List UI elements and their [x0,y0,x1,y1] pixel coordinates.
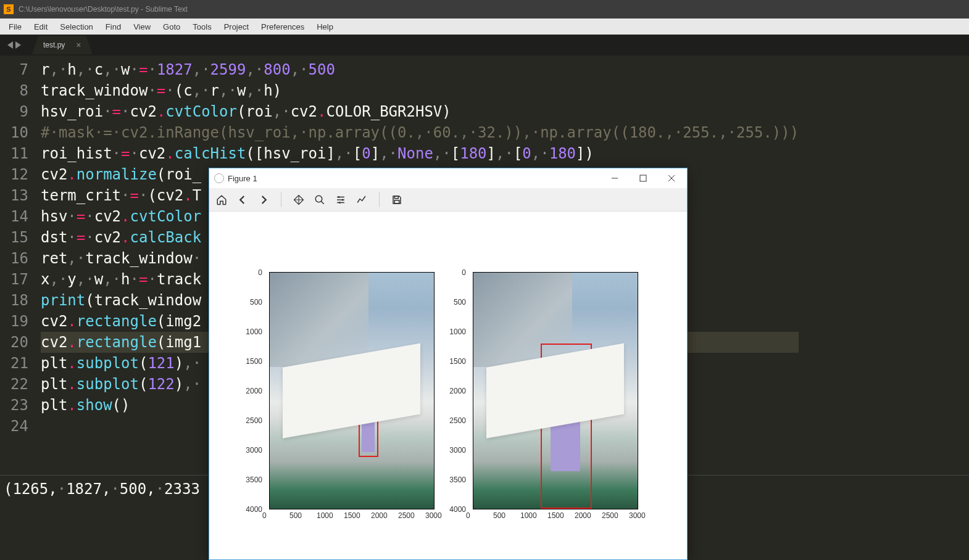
menu-edit[interactable]: Edit [28,22,54,31]
window-titlebar: S C:\Users\lenovouser\Desktop\test.py - … [0,0,969,19]
subplot-121 [269,272,435,509]
svg-rect-12 [394,196,398,199]
save-icon[interactable] [391,194,403,206]
tab-bar: test.py × [0,35,969,56]
figure-titlebar[interactable]: Figure 1 [209,168,687,188]
svg-rect-13 [394,200,399,203]
menu-view[interactable]: View [127,22,157,31]
window-title: C:\Users\lenovouser\Desktop\test.py - Su… [19,5,188,14]
svg-point-4 [315,196,322,202]
menu-bar: File Edit Selection Find View Goto Tools… [0,19,969,35]
zoom-icon[interactable] [314,194,326,206]
svg-line-5 [321,201,324,204]
menu-file[interactable]: File [2,22,28,31]
home-icon[interactable] [215,194,228,206]
svg-rect-1 [640,175,646,181]
subplot1-yaxis: 05001000150020002500300035004000 [235,268,266,515]
subplot2-xaxis: 050010001500200025003000 [468,511,643,524]
close-button[interactable] [657,169,686,187]
figure-canvas[interactable]: 05001000150020002500300035004000 0500100… [209,212,687,559]
pan-icon[interactable] [293,194,305,206]
forward-icon[interactable] [257,194,270,206]
svg-point-10 [342,199,344,200]
line-number-gutter: 789101112131415161718192021222324 [0,56,36,437]
svg-point-9 [338,196,340,198]
tracking-rect-img1 [541,344,591,509]
subplot2-yaxis: 05001000150020002500300035004000 [439,268,470,515]
tracking-rect-img2 [359,395,378,457]
back-icon[interactable] [236,194,249,206]
menu-goto[interactable]: Goto [157,22,186,31]
configure-icon[interactable] [335,194,347,206]
console-text: (1265,·1827,·500,·2333 [4,480,200,498]
menu-preferences[interactable]: Preferences [255,22,310,31]
maximize-button[interactable] [629,169,657,187]
app-icon: S [4,4,14,14]
tab-nav-right-icon[interactable] [15,41,21,49]
edit-axis-icon[interactable] [356,194,368,206]
tab-nav-left-icon[interactable] [7,41,13,49]
menu-selection[interactable]: Selection [54,22,99,31]
menu-help[interactable]: Help [310,22,339,31]
menu-project[interactable]: Project [218,22,255,31]
figure-toolbar [209,188,687,212]
subplot1-xaxis: 050010001500200025003000 [265,511,439,524]
minimize-button[interactable] [601,169,629,187]
tab-close-icon[interactable]: × [76,40,81,50]
figure-title: Figure 1 [228,174,257,183]
figure-window[interactable]: Figure 1 [209,168,688,560]
tab-test-py[interactable]: test.py × [32,36,93,54]
tab-label: test.py [43,41,65,49]
svg-point-11 [339,202,341,204]
subplot-122 [473,272,638,509]
menu-tools[interactable]: Tools [186,22,217,31]
figure-app-icon [214,173,224,183]
menu-find[interactable]: Find [99,22,127,31]
